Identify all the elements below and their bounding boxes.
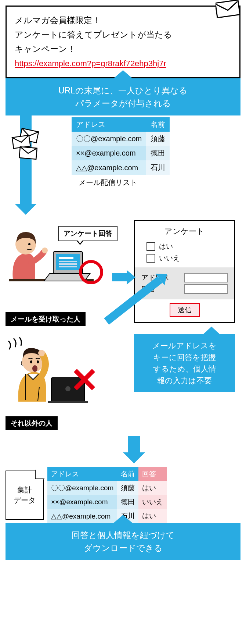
recipient-person: アンケート回答 (6, 220, 119, 312)
table-row: △△@example.com石川 (72, 160, 170, 175)
distribution-section: アドレス 名前 〇〇@example.com須藤 ××@example.com徳… (6, 115, 240, 215)
survey-option[interactable]: いいえ (146, 253, 229, 263)
table-row: 〇〇@example.com須藤はい (47, 481, 167, 495)
table-header: アドレス (72, 117, 146, 132)
name-input[interactable] (184, 284, 228, 294)
callout-text: パラメータが付与される (9, 97, 237, 110)
table-caption: メール配信リスト (46, 178, 170, 188)
flow-arrow-down (6, 115, 46, 215)
svg-rect-13 (59, 266, 77, 267)
table-header: 回答 (138, 467, 167, 481)
mail-list-table: アドレス 名前 〇〇@example.com須藤 ××@example.com徳… (72, 117, 170, 175)
table-header: 名前 (146, 117, 170, 132)
callout-pointer-icon (113, 515, 133, 524)
table-row: ××@example.com徳田 (72, 146, 170, 160)
callout-pointer-icon (113, 70, 133, 79)
survey-title: アンケート (140, 226, 229, 236)
table-row: ××@example.com徳田いいえ (47, 495, 167, 509)
person-label: メールを受け取った人 (6, 312, 86, 326)
callout-text: ダウンロードできる (9, 542, 237, 555)
ok-circle-icon (79, 260, 103, 284)
envelopes-icon (9, 127, 46, 165)
svg-rect-12 (59, 263, 77, 265)
callout-pointer-icon (203, 327, 220, 335)
callout-text: キーに回答を把握 (138, 352, 231, 363)
callout-text: 回答と個人情報を紐づけて (9, 529, 237, 542)
speech-bubble: アンケート回答 (58, 226, 117, 241)
flow-arrow-down (123, 436, 145, 463)
email-line: キャンペーン！ (15, 42, 231, 56)
svg-point-18 (38, 350, 45, 356)
callout-text: URLの末尾に、一人ひとり異なる (9, 84, 237, 97)
survey-option[interactable]: はい (146, 242, 229, 251)
svg-rect-10 (59, 257, 73, 259)
other-person (6, 335, 119, 416)
envelope-icon (216, 0, 241, 18)
callout-text: メールアドレスを (138, 340, 231, 352)
callout-text: するため、個人情 (138, 363, 231, 375)
survey-form: アンケート はい いいえ アドレス 氏名 送信 (134, 220, 235, 323)
callout-text: 報の入力は不要 (138, 375, 231, 387)
survey-section: アンケート回答 (6, 220, 240, 430)
callout-no-personal-info: メールアドレスを キーに回答を把握 するため、個人情 報の入力は不要 (134, 334, 235, 392)
email-line: アンケートに答えてプレゼントが当たる (15, 28, 231, 42)
address-input[interactable] (184, 273, 228, 282)
table-header: 名前 (117, 467, 138, 481)
svg-point-17 (32, 365, 37, 372)
callout-download: 回答と個人情報を紐づけて ダウンロードできる (6, 523, 240, 560)
email-url[interactable]: https://example.com?p=gr8rakf72ehp3hj7r (15, 59, 166, 68)
email-content-box: メルマガ会員様限定！ アンケートに答えてプレゼントが当たる キャンペーン！ ht… (6, 6, 240, 78)
ng-x-icon (73, 369, 95, 391)
svg-point-6 (28, 243, 30, 245)
svg-rect-11 (59, 261, 77, 262)
callout-url-param: URLの末尾に、一人ひとり異なる パラメータが付与される (6, 78, 240, 115)
svg-point-20 (65, 386, 70, 391)
person-label: それ以外の人 (6, 416, 58, 430)
result-table: アドレス 名前 回答 〇〇@example.com須藤はい ××@example… (47, 467, 167, 523)
table-header: アドレス (47, 467, 117, 481)
svg-point-15 (30, 360, 32, 363)
checkbox-icon[interactable] (146, 242, 155, 251)
svg-rect-21 (48, 401, 88, 403)
submit-button[interactable]: 送信 (170, 303, 200, 317)
checkbox-icon[interactable] (146, 254, 155, 263)
email-line: メルマガ会員様限定！ (15, 13, 231, 28)
table-row: △△@example.com石川はい (47, 509, 167, 523)
svg-point-7 (42, 248, 48, 253)
table-row: 〇〇@example.com須藤 (72, 132, 170, 146)
arrow-right-icon (112, 270, 135, 285)
svg-point-16 (37, 360, 39, 363)
